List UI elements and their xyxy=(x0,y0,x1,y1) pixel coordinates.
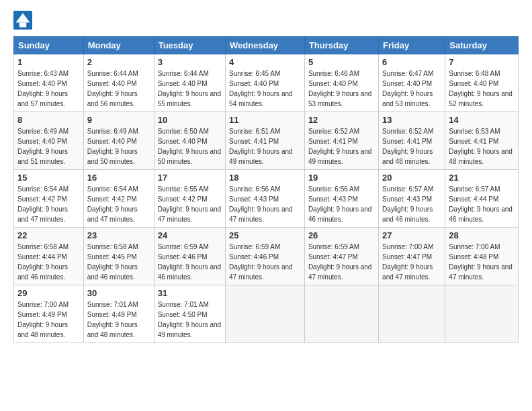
day-info: Sunrise: 6:53 AM Sunset: 4:41 PM Dayligh… xyxy=(449,126,515,167)
day-info: Sunrise: 6:57 AM Sunset: 4:44 PM Dayligh… xyxy=(449,184,515,224)
day-cell: 7 Sunrise: 6:48 AM Sunset: 4:40 PM Dayli… xyxy=(445,54,519,112)
day-cell: 11 Sunrise: 6:51 AM Sunset: 4:41 PM Dayl… xyxy=(226,112,305,170)
day-number: 5 xyxy=(308,57,375,67)
day-cell xyxy=(226,285,305,343)
day-info: Sunrise: 6:54 AM Sunset: 4:42 PM Dayligh… xyxy=(87,184,150,224)
day-number: 20 xyxy=(382,173,441,183)
day-info: Sunrise: 6:45 AM Sunset: 4:40 PM Dayligh… xyxy=(229,68,301,109)
day-info: Sunrise: 6:54 AM Sunset: 4:42 PM Dayligh… xyxy=(17,184,80,224)
calendar-table: SundayMondayTuesdayWednesdayThursdayFrid… xyxy=(13,36,519,343)
week-row-2: 8 Sunrise: 6:49 AM Sunset: 4:40 PM Dayli… xyxy=(14,112,519,170)
day-cell: 23 Sunrise: 6:58 AM Sunset: 4:45 PM Dayl… xyxy=(83,228,154,285)
col-header-monday: Monday xyxy=(83,37,154,54)
day-number: 4 xyxy=(229,57,301,67)
day-info: Sunrise: 6:59 AM Sunset: 4:46 PM Dayligh… xyxy=(229,242,301,282)
col-header-wednesday: Wednesday xyxy=(226,37,305,54)
day-info: Sunrise: 6:58 AM Sunset: 4:45 PM Dayligh… xyxy=(87,242,150,282)
day-cell: 25 Sunrise: 6:59 AM Sunset: 4:46 PM Dayl… xyxy=(226,228,305,285)
day-cell xyxy=(379,285,445,343)
day-info: Sunrise: 6:55 AM Sunset: 4:42 PM Dayligh… xyxy=(158,184,222,224)
day-cell: 15 Sunrise: 6:54 AM Sunset: 4:42 PM Dayl… xyxy=(14,170,84,228)
day-number: 8 xyxy=(17,115,80,125)
day-info: Sunrise: 6:49 AM Sunset: 4:40 PM Dayligh… xyxy=(17,126,80,167)
day-info: Sunrise: 6:43 AM Sunset: 4:40 PM Dayligh… xyxy=(17,68,80,109)
day-number: 29 xyxy=(17,288,80,298)
day-number: 9 xyxy=(87,115,150,125)
day-number: 12 xyxy=(308,115,375,125)
col-header-thursday: Thursday xyxy=(304,37,378,54)
day-info: Sunrise: 6:50 AM Sunset: 4:40 PM Dayligh… xyxy=(158,126,222,167)
day-info: Sunrise: 6:46 AM Sunset: 4:40 PM Dayligh… xyxy=(308,68,375,109)
header-row: SundayMondayTuesdayWednesdayThursdayFrid… xyxy=(14,37,519,54)
day-number: 21 xyxy=(449,173,515,183)
day-cell: 27 Sunrise: 7:00 AM Sunset: 4:47 PM Dayl… xyxy=(379,228,445,285)
day-number: 30 xyxy=(87,288,150,298)
header xyxy=(13,11,519,30)
day-number: 18 xyxy=(229,173,301,183)
week-row-3: 15 Sunrise: 6:54 AM Sunset: 4:42 PM Dayl… xyxy=(14,170,519,228)
logo-icon xyxy=(13,11,32,30)
day-cell: 16 Sunrise: 6:54 AM Sunset: 4:42 PM Dayl… xyxy=(83,170,154,228)
day-number: 2 xyxy=(87,57,150,67)
day-info: Sunrise: 6:56 AM Sunset: 4:43 PM Dayligh… xyxy=(229,184,301,224)
week-row-1: 1 Sunrise: 6:43 AM Sunset: 4:40 PM Dayli… xyxy=(14,54,519,112)
col-header-sunday: Sunday xyxy=(14,37,84,54)
week-row-4: 22 Sunrise: 6:58 AM Sunset: 4:44 PM Dayl… xyxy=(14,228,519,285)
day-number: 23 xyxy=(87,230,150,240)
day-number: 14 xyxy=(449,115,515,125)
day-number: 15 xyxy=(17,173,80,183)
day-cell: 8 Sunrise: 6:49 AM Sunset: 4:40 PM Dayli… xyxy=(14,112,84,170)
day-number: 25 xyxy=(229,230,301,240)
day-cell: 5 Sunrise: 6:46 AM Sunset: 4:40 PM Dayli… xyxy=(304,54,378,112)
day-number: 31 xyxy=(158,288,222,298)
day-cell: 22 Sunrise: 6:58 AM Sunset: 4:44 PM Dayl… xyxy=(14,228,84,285)
day-cell: 4 Sunrise: 6:45 AM Sunset: 4:40 PM Dayli… xyxy=(226,54,305,112)
day-number: 7 xyxy=(449,57,515,67)
day-number: 19 xyxy=(308,173,375,183)
day-cell: 6 Sunrise: 6:47 AM Sunset: 4:40 PM Dayli… xyxy=(379,54,445,112)
day-number: 28 xyxy=(449,230,515,240)
day-cell: 19 Sunrise: 6:56 AM Sunset: 4:43 PM Dayl… xyxy=(304,170,378,228)
day-number: 22 xyxy=(17,230,80,240)
col-header-friday: Friday xyxy=(379,37,445,54)
day-cell: 18 Sunrise: 6:56 AM Sunset: 4:43 PM Dayl… xyxy=(226,170,305,228)
day-cell: 30 Sunrise: 7:01 AM Sunset: 4:49 PM Dayl… xyxy=(83,285,154,343)
day-info: Sunrise: 7:00 AM Sunset: 4:47 PM Dayligh… xyxy=(382,242,441,282)
day-info: Sunrise: 6:49 AM Sunset: 4:40 PM Dayligh… xyxy=(87,126,150,167)
day-cell: 29 Sunrise: 7:00 AM Sunset: 4:49 PM Dayl… xyxy=(14,285,84,343)
day-number: 16 xyxy=(87,173,150,183)
day-cell: 21 Sunrise: 6:57 AM Sunset: 4:44 PM Dayl… xyxy=(445,170,519,228)
logo xyxy=(13,11,35,30)
day-info: Sunrise: 7:01 AM Sunset: 4:49 PM Dayligh… xyxy=(87,300,150,340)
week-row-5: 29 Sunrise: 7:00 AM Sunset: 4:49 PM Dayl… xyxy=(14,285,519,343)
day-number: 10 xyxy=(158,115,222,125)
day-info: Sunrise: 6:56 AM Sunset: 4:43 PM Dayligh… xyxy=(308,184,375,224)
day-cell: 20 Sunrise: 6:57 AM Sunset: 4:43 PM Dayl… xyxy=(379,170,445,228)
day-cell: 31 Sunrise: 7:01 AM Sunset: 4:50 PM Dayl… xyxy=(154,285,225,343)
day-info: Sunrise: 6:44 AM Sunset: 4:40 PM Dayligh… xyxy=(87,68,150,109)
day-cell: 17 Sunrise: 6:55 AM Sunset: 4:42 PM Dayl… xyxy=(154,170,225,228)
day-info: Sunrise: 6:59 AM Sunset: 4:46 PM Dayligh… xyxy=(158,242,222,282)
day-cell: 9 Sunrise: 6:49 AM Sunset: 4:40 PM Dayli… xyxy=(83,112,154,170)
day-info: Sunrise: 6:51 AM Sunset: 4:41 PM Dayligh… xyxy=(229,126,301,167)
day-number: 24 xyxy=(158,230,222,240)
day-info: Sunrise: 6:57 AM Sunset: 4:43 PM Dayligh… xyxy=(382,184,441,224)
day-cell: 28 Sunrise: 7:00 AM Sunset: 4:48 PM Dayl… xyxy=(445,228,519,285)
day-number: 3 xyxy=(158,57,222,67)
day-number: 13 xyxy=(382,115,441,125)
day-number: 6 xyxy=(382,57,441,67)
day-cell: 2 Sunrise: 6:44 AM Sunset: 4:40 PM Dayli… xyxy=(83,54,154,112)
col-header-tuesday: Tuesday xyxy=(154,37,225,54)
day-cell: 10 Sunrise: 6:50 AM Sunset: 4:40 PM Dayl… xyxy=(154,112,225,170)
day-info: Sunrise: 6:59 AM Sunset: 4:47 PM Dayligh… xyxy=(308,242,375,282)
day-info: Sunrise: 7:01 AM Sunset: 4:50 PM Dayligh… xyxy=(158,300,222,340)
day-cell: 24 Sunrise: 6:59 AM Sunset: 4:46 PM Dayl… xyxy=(154,228,225,285)
day-info: Sunrise: 6:52 AM Sunset: 4:41 PM Dayligh… xyxy=(382,126,441,167)
day-number: 26 xyxy=(308,230,375,240)
day-cell xyxy=(304,285,378,343)
day-cell: 13 Sunrise: 6:52 AM Sunset: 4:41 PM Dayl… xyxy=(379,112,445,170)
day-info: Sunrise: 6:48 AM Sunset: 4:40 PM Dayligh… xyxy=(449,68,515,109)
svg-rect-2 xyxy=(19,23,27,28)
day-cell: 26 Sunrise: 6:59 AM Sunset: 4:47 PM Dayl… xyxy=(304,228,378,285)
day-number: 27 xyxy=(382,230,441,240)
